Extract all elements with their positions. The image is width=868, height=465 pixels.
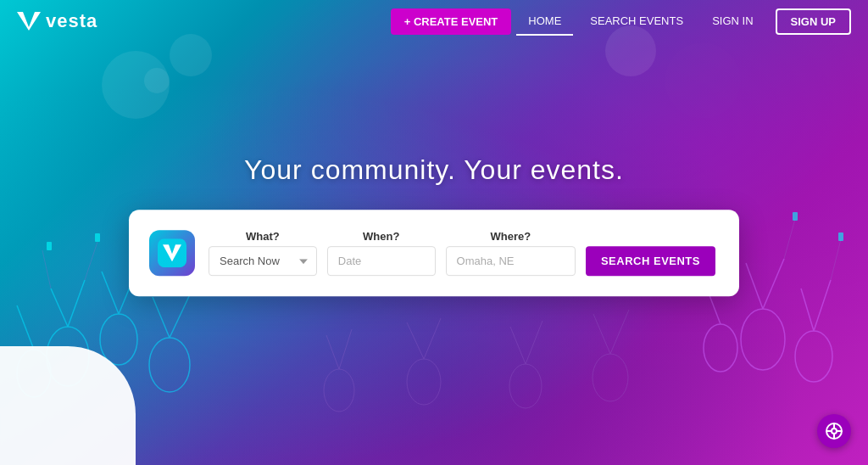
nav-links: + CREATE EVENT HOME SEARCH EVENTS SIGN I… bbox=[391, 8, 851, 36]
hero-section: vesta + CREATE EVENT HOME SEARCH EVENTS … bbox=[0, 0, 868, 465]
svg-line-7 bbox=[17, 305, 34, 350]
svg-point-45 bbox=[832, 429, 837, 434]
svg-line-23 bbox=[407, 322, 424, 359]
svg-line-20 bbox=[326, 335, 339, 369]
when-label: When? bbox=[327, 230, 436, 243]
where-field-group: Where? bbox=[446, 230, 576, 276]
nav-sign-in-link[interactable]: SIGN IN bbox=[700, 8, 765, 36]
what-field-group: What? Search Now bbox=[209, 230, 317, 276]
when-input[interactable] bbox=[327, 246, 436, 276]
svg-point-11 bbox=[741, 309, 785, 370]
svg-point-28 bbox=[593, 354, 628, 401]
svg-point-19 bbox=[324, 369, 354, 412]
svg-point-25 bbox=[509, 364, 542, 408]
logo-v-icon bbox=[17, 12, 41, 31]
what-select[interactable]: Search Now bbox=[209, 246, 317, 276]
where-label: Where? bbox=[446, 230, 576, 243]
logo[interactable]: vesta bbox=[17, 10, 97, 32]
svg-point-8 bbox=[149, 338, 190, 392]
nav-search-events-link[interactable]: SEARCH EVENTS bbox=[578, 8, 695, 36]
search-fields: What? Search Now When? Where? SEARCH EVE… bbox=[209, 230, 715, 276]
when-field-group: When? bbox=[327, 230, 436, 276]
svg-line-30 bbox=[610, 310, 629, 354]
logo-text: vesta bbox=[46, 10, 97, 32]
hero-content: Your community. Your events. bbox=[0, 154, 868, 296]
svg-line-27 bbox=[526, 321, 542, 364]
create-event-button[interactable]: + CREATE EVENT bbox=[391, 8, 512, 35]
nav-home-link[interactable]: HOME bbox=[516, 8, 573, 36]
search-logo-v-icon bbox=[158, 238, 186, 267]
search-card-logo bbox=[149, 230, 195, 276]
svg-line-26 bbox=[510, 327, 526, 364]
svg-line-9 bbox=[153, 297, 170, 338]
what-label: What? bbox=[209, 230, 317, 243]
search-card: What? Search Now When? Where? SEARCH EVE… bbox=[129, 210, 739, 296]
hero-title: Your community. Your events. bbox=[0, 154, 868, 186]
search-events-button[interactable]: SEARCH EVENTS bbox=[586, 246, 715, 276]
svg-point-17 bbox=[704, 324, 737, 372]
navbar: vesta + CREATE EVENT HOME SEARCH EVENTS … bbox=[0, 0, 868, 42]
where-input[interactable] bbox=[446, 246, 576, 276]
svg-line-10 bbox=[170, 293, 191, 338]
svg-rect-42 bbox=[158, 238, 186, 267]
help-icon bbox=[825, 422, 843, 440]
sign-up-button[interactable]: SIGN UP bbox=[776, 8, 851, 35]
svg-line-29 bbox=[593, 314, 610, 354]
svg-point-22 bbox=[407, 359, 441, 405]
svg-point-14 bbox=[795, 331, 832, 382]
svg-marker-41 bbox=[17, 12, 41, 31]
svg-line-24 bbox=[424, 318, 441, 359]
help-button[interactable] bbox=[817, 414, 851, 448]
svg-line-21 bbox=[339, 329, 352, 369]
